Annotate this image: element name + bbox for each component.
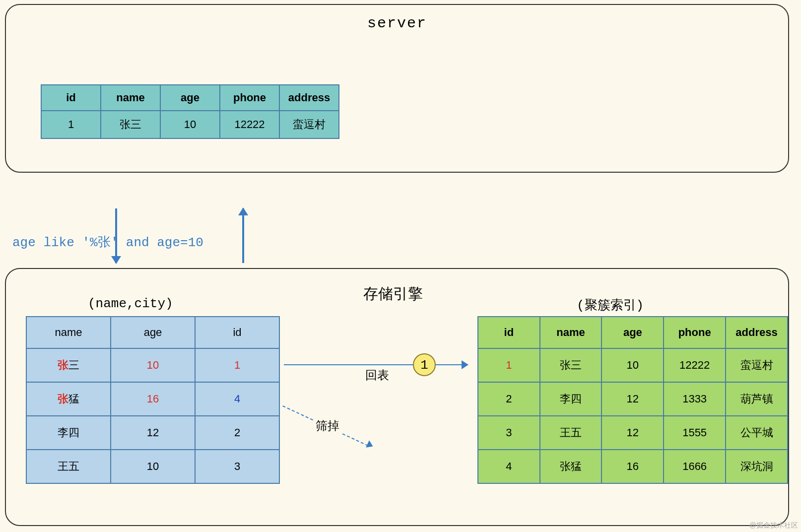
cell: 1555	[664, 416, 726, 450]
table-row: 1 张三 10 12222 蛮逗村	[478, 348, 788, 382]
cell: 3	[478, 416, 540, 450]
cell: 李四	[540, 382, 602, 416]
storage-title: 存储引擎	[363, 284, 423, 304]
server-title: server	[6, 15, 788, 32]
filter-label: 筛掉	[314, 418, 341, 434]
cluster-caption: (聚簇索引)	[577, 296, 644, 314]
col-address: address	[726, 317, 788, 348]
table-row: 张三 10 1	[26, 348, 279, 382]
cell: 1	[41, 111, 101, 138]
cell: 16	[601, 450, 664, 483]
cell-age: 10	[111, 348, 195, 382]
col-phone: phone	[664, 317, 726, 348]
cell: 12	[601, 382, 664, 416]
col-age: age	[601, 317, 664, 348]
cell: 12222	[664, 348, 726, 382]
cell-id: 2	[195, 416, 279, 450]
col-name: name	[26, 317, 111, 348]
col-age: age	[111, 317, 195, 348]
sql-condition-label: age like '%张' and age=10	[12, 233, 203, 251]
storage-panel: 存储引擎 (name,city) (聚簇索引) name age id 张三 1…	[5, 268, 789, 526]
cell: 1333	[664, 382, 726, 416]
table-row: 2 李四 12 1333 葫芦镇	[478, 382, 788, 416]
cell: 10	[601, 348, 664, 382]
col-id: id	[478, 317, 540, 348]
cell-name: 李四	[26, 416, 111, 450]
cell: 10	[160, 111, 220, 138]
table-row: 3 王五 12 1555 公平城	[478, 416, 788, 450]
col-name: name	[101, 85, 160, 111]
arrow-right-icon	[284, 364, 467, 365]
cell: 1666	[664, 450, 726, 483]
table-row: 4 张猛 16 1666 深坑洞	[478, 450, 788, 483]
cell: 4	[478, 450, 540, 483]
cell-name: 王五	[26, 450, 111, 483]
cell: 葫芦镇	[726, 382, 788, 416]
cell-id: 1	[195, 348, 279, 382]
cell-age: 10	[111, 450, 195, 483]
cell: 12222	[220, 111, 279, 138]
cell-name: 张猛	[26, 382, 111, 416]
col-name: name	[540, 317, 602, 348]
secondary-index-table: name age id 张三 10 1 张猛 16 4 李四 12 2 王五 1…	[26, 316, 280, 484]
server-panel: server id name age phone address 1 张三 10…	[5, 4, 789, 173]
cell-name: 张三	[26, 348, 111, 382]
table-header-row: name age id	[26, 317, 279, 348]
col-address: address	[279, 85, 339, 111]
watermark: @掘金技术社区	[749, 521, 798, 530]
cell-id: 4	[195, 382, 279, 416]
cell: 王五	[540, 416, 602, 450]
cell: 12	[601, 416, 664, 450]
cell: 2	[478, 382, 540, 416]
cell: 深坑洞	[726, 450, 788, 483]
cell: 1	[478, 348, 540, 382]
server-result-table: id name age phone address 1 张三 10 12222 …	[41, 84, 339, 139]
cell: 蛮逗村	[279, 111, 339, 138]
table-row: 1 张三 10 12222 蛮逗村	[41, 111, 339, 138]
clustered-index-table: id name age phone address 1 张三 10 12222 …	[477, 316, 788, 484]
table-row: 张猛 16 4	[26, 382, 279, 416]
cell-id: 3	[195, 450, 279, 483]
table-header-row: id name age phone address	[478, 317, 788, 348]
col-age: age	[160, 85, 220, 111]
col-id: id	[41, 85, 101, 111]
cell: 公平城	[726, 416, 788, 450]
cell: 张三	[540, 348, 602, 382]
table-row: 王五 10 3	[26, 450, 279, 483]
cell: 蛮逗村	[726, 348, 788, 382]
index-caption: (name,city)	[88, 296, 173, 311]
col-id: id	[195, 317, 279, 348]
arrow-up-icon	[242, 208, 244, 263]
table-header-row: id name age phone address	[41, 85, 339, 111]
cell: 张三	[101, 111, 160, 138]
cell-age: 16	[111, 382, 195, 416]
back-table-label: 回表	[363, 367, 391, 383]
cell: 张猛	[540, 450, 602, 483]
cell-age: 12	[111, 416, 195, 450]
step-circle-1: 1	[413, 353, 436, 376]
col-phone: phone	[220, 85, 279, 111]
table-row: 李四 12 2	[26, 416, 279, 450]
